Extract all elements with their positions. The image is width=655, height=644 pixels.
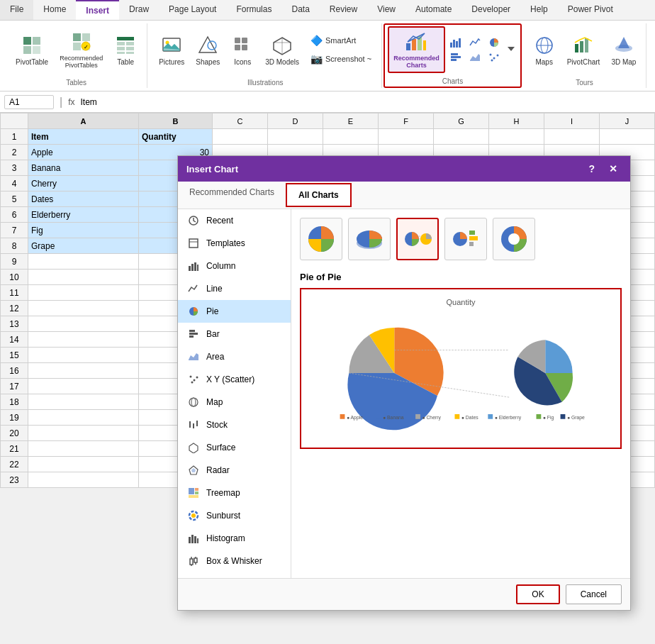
cell-H1[interactable] <box>489 129 544 145</box>
row-header-8[interactable]: 8 <box>1 238 28 254</box>
cell-a17[interactable] <box>28 379 139 394</box>
subtype-pie-of-pie[interactable] <box>396 218 439 260</box>
cell-a14[interactable] <box>28 332 139 348</box>
screenshot-button[interactable]: 📷 Screenshot ~ <box>306 50 376 67</box>
row-header-12[interactable]: 12 <box>1 301 28 316</box>
tab-all-charts[interactable]: All Charts <box>286 183 352 207</box>
chart-type-pie[interactable]: Pie <box>178 300 291 323</box>
more-charts-button[interactable] <box>505 41 517 58</box>
row-header-19[interactable]: 19 <box>1 410 28 426</box>
row-header-6[interactable]: 6 <box>1 207 28 223</box>
subtype-pie-basic[interactable] <box>300 218 342 260</box>
cancel-button[interactable]: Cancel <box>566 584 622 604</box>
table-button[interactable]: Table <box>110 31 141 69</box>
cell-C1[interactable] <box>213 129 268 145</box>
cell-a1[interactable]: Item <box>28 129 139 145</box>
cell-a18[interactable] <box>28 394 139 410</box>
row-header-7[interactable]: 7 <box>1 223 28 238</box>
cell-E1[interactable] <box>323 129 379 145</box>
cell-a6[interactable]: Elderberry <box>28 207 139 223</box>
tab-formulas[interactable]: Formulas <box>226 0 281 20</box>
col-header-f[interactable]: F <box>379 113 434 129</box>
line-chart-button[interactable] <box>466 35 484 50</box>
chart-type-line[interactable]: Line <box>178 277 291 300</box>
row-header-4[interactable]: 4 <box>1 176 28 191</box>
row-header-11[interactable]: 11 <box>1 285 28 301</box>
cell-a12[interactable] <box>28 301 139 316</box>
cell-b1[interactable]: Quantity <box>139 129 213 145</box>
chart-type-map[interactable]: Map <box>178 391 291 413</box>
row-header-10[interactable]: 10 <box>1 270 28 285</box>
smartart-button[interactable]: 🔷 SmartArt <box>306 32 376 49</box>
scatter-chart-button[interactable] <box>485 50 503 65</box>
row-header-14[interactable]: 14 <box>1 332 28 348</box>
recommended-charts-button[interactable]: RecommendedCharts <box>388 26 445 73</box>
row-header-5[interactable]: 5 <box>1 191 28 207</box>
row-header-3[interactable]: 3 <box>1 160 28 176</box>
subtype-pie-3d[interactable] <box>348 218 391 260</box>
cell-a19[interactable] <box>28 410 139 426</box>
cell-a21[interactable] <box>28 441 139 457</box>
tab-view[interactable]: View <box>367 0 405 20</box>
column-chart-button[interactable] <box>447 35 465 50</box>
icons-button[interactable]: Icons <box>227 31 258 69</box>
cell-D1[interactable] <box>268 129 323 145</box>
cell-J1[interactable] <box>600 129 655 145</box>
tab-insert[interactable]: Insert <box>76 0 119 20</box>
cell-G1[interactable] <box>434 129 489 145</box>
cell-a2[interactable]: Apple <box>28 145 139 160</box>
chart-type-area[interactable]: Area <box>178 345 291 368</box>
pictures-button[interactable]: Pictures <box>155 31 189 69</box>
subtype-doughnut[interactable] <box>493 218 535 260</box>
maps-button[interactable]: Maps <box>529 31 560 69</box>
3d-map-button[interactable]: 3D Map <box>607 31 640 69</box>
3d-models-button[interactable]: 3D Models <box>261 31 303 69</box>
row-header-17[interactable]: 17 <box>1 379 28 394</box>
col-header-i[interactable]: I <box>544 113 600 129</box>
cell-a15[interactable] <box>28 348 139 363</box>
tab-home[interactable]: Home <box>33 0 76 20</box>
recommended-pivottables-button[interactable]: ✓ RecommendedPivotTables <box>55 28 107 72</box>
row-header-21[interactable]: 21 <box>1 441 28 457</box>
cell-a10[interactable] <box>28 270 139 285</box>
chart-type-recent[interactable]: Recent <box>178 209 291 232</box>
row-header-22[interactable]: 22 <box>1 457 28 472</box>
cell-reference[interactable] <box>4 95 54 109</box>
col-header-d[interactable]: D <box>268 113 323 129</box>
row-header-2[interactable]: 2 <box>1 145 28 160</box>
dialog-close-button[interactable]: ✕ <box>605 162 622 176</box>
area-chart-button[interactable] <box>466 50 484 65</box>
col-header-h[interactable]: H <box>489 113 544 129</box>
cell-a11[interactable] <box>28 285 139 301</box>
pie-chart-button[interactable] <box>485 35 503 50</box>
pivotchart-button[interactable]: PivotChart <box>563 31 605 69</box>
chart-type-box-whisker[interactable]: Box & Whisker <box>178 550 291 572</box>
tab-powerpivot[interactable]: Power Pivot <box>558 0 623 20</box>
ok-button[interactable]: OK <box>516 584 559 604</box>
chart-type-radar[interactable]: Radar <box>178 459 291 482</box>
cell-a9[interactable] <box>28 254 139 270</box>
cell-a23[interactable] <box>28 472 139 488</box>
cell-a16[interactable] <box>28 363 139 379</box>
tab-recommended-charts[interactable]: Recommended Charts <box>178 182 286 209</box>
cell-a22[interactable] <box>28 457 139 472</box>
dialog-help-button[interactable]: ? <box>584 162 599 176</box>
row-header-20[interactable]: 20 <box>1 426 28 441</box>
row-header-13[interactable]: 13 <box>1 316 28 332</box>
chart-type-waterfall[interactable]: Waterfall <box>178 572 291 578</box>
row-header-15[interactable]: 15 <box>1 348 28 363</box>
chart-type-templates[interactable]: Templates <box>178 232 291 255</box>
col-header-c[interactable]: C <box>213 113 268 129</box>
formula-function-button[interactable]: fx <box>68 97 74 107</box>
tab-file[interactable]: File <box>0 0 33 20</box>
cell-F1[interactable] <box>379 129 434 145</box>
col-header-j[interactable]: J <box>600 113 655 129</box>
row-header-9[interactable]: 9 <box>1 254 28 270</box>
tab-data[interactable]: Data <box>281 0 319 20</box>
col-header-b[interactable]: B <box>139 113 213 129</box>
chart-type-treemap[interactable]: Treemap <box>178 482 291 504</box>
col-header-g[interactable]: G <box>434 113 489 129</box>
row-header-18[interactable]: 18 <box>1 394 28 410</box>
pivottable-button[interactable]: PivotTable <box>11 31 52 69</box>
row-header-1[interactable]: 1 <box>1 129 28 145</box>
